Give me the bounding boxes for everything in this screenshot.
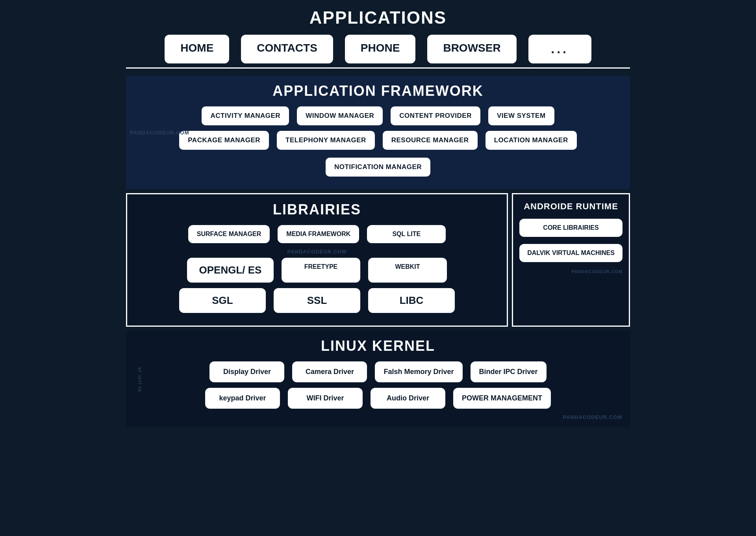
apps-row: HOME CONTACTS PHONE BROWSER ...: [126, 35, 630, 63]
lib-webkit[interactable]: WEBKIT: [368, 258, 447, 283]
kernel-section: by joël_yk LINUX KERNEL Display Driver C…: [126, 331, 630, 427]
libs-runtime-row: LIBRAIRIES SURFACE MANAGER MEDIA FRAMEWO…: [126, 193, 630, 327]
app-divider: [126, 67, 630, 69]
framework-row1: ACTIVITY MANAGER WINDOW MANAGER CONTENT …: [134, 106, 622, 125]
app-more[interactable]: ...: [528, 35, 591, 63]
fw-location-manager[interactable]: LOCATION MANAGER: [485, 131, 577, 150]
runtime-title: ANDROIDE RUNTIME: [519, 201, 623, 212]
framework-title: APPLICATION FRAMEWORK: [134, 83, 622, 99]
libs-row3: SGL SSL LIBC: [135, 288, 499, 313]
fw-package-manager[interactable]: PACKAGE MANAGER: [179, 131, 269, 150]
lib-opengl[interactable]: OpenGL/ ES: [187, 258, 274, 283]
kernel-camera-driver[interactable]: Camera Driver: [292, 361, 367, 382]
lib-sgl[interactable]: SGL: [179, 288, 266, 313]
kernel-power-management[interactable]: POWER MANAGEMENT: [453, 388, 551, 409]
app-contacts[interactable]: CONTACTS: [241, 35, 333, 63]
fw-resource-manager[interactable]: RESOURCE MANAGER: [383, 131, 478, 150]
framework-watermark: PANDACODEUR.COM: [130, 130, 189, 136]
framework-section: PANDACODEUR.COM APPLICATION FRAMEWORK AC…: [126, 76, 630, 189]
kernel-flash-memory-driver[interactable]: Falsh Memory Driver: [375, 361, 462, 382]
app-phone[interactable]: PHONE: [345, 35, 416, 63]
kernel-side-watermark: by joël_yk: [137, 367, 142, 391]
kernel-display-driver[interactable]: Display Driver: [209, 361, 284, 382]
kernel-row2: keypad Driver WIFI Driver Audio Driver P…: [134, 388, 622, 409]
fw-activity-manager[interactable]: ACTIVITY MANAGER: [202, 106, 289, 125]
lib-surface-manager[interactable]: SURFACE MANAGER: [188, 225, 270, 243]
kernel-bottom-watermark: PANDACODEUR.COM: [134, 414, 622, 420]
kernel-wifi-driver[interactable]: WIFI Driver: [288, 388, 363, 409]
libs-row1: SURFACE MANAGER MEDIA FRAMEWORK SQL LITE: [135, 225, 499, 243]
framework-row2: PACKAGE MANAGER TELEPHONY MANAGER RESOUR…: [134, 131, 622, 177]
libs-watermark: PANDACODEUR.COM: [135, 249, 499, 255]
libs-row2: OpenGL/ ES FREETYPE WEBKIT: [135, 258, 499, 283]
kernel-audio-driver[interactable]: Audio Driver: [371, 388, 445, 409]
applications-title: APPLICATIONS: [126, 8, 630, 28]
app-home[interactable]: HOME: [165, 35, 229, 63]
kernel-keypad-driver[interactable]: keypad Driver: [205, 388, 280, 409]
applications-section: APPLICATIONS HOME CONTACTS PHONE BROWSER…: [126, 8, 630, 69]
lib-sql-lite[interactable]: SQL LITE: [367, 225, 446, 243]
runtime-watermark: PANDACODEUR.COM: [519, 269, 623, 274]
fw-notification-manager[interactable]: NOTIFICATION MANAGER: [326, 158, 430, 177]
fw-view-system[interactable]: VIEW SYSTEM: [488, 106, 554, 125]
kernel-title: LINUX KERNEL: [134, 338, 622, 354]
runtime-core-libs[interactable]: CORE LIBRAIRIES: [519, 219, 623, 237]
libraries-title: LIBRAIRIES: [135, 201, 499, 218]
app-browser[interactable]: BROWSER: [427, 35, 516, 63]
kernel-binder-ipc-driver[interactable]: Binder IPC Driver: [471, 361, 547, 382]
fw-content-provider[interactable]: CONTENT PROVIDER: [391, 106, 480, 125]
runtime-dalvik[interactable]: DALVIK VIRTUAL MACHINES: [519, 244, 623, 262]
lib-libc[interactable]: LIBC: [368, 288, 455, 313]
lib-ssl[interactable]: SSL: [274, 288, 360, 313]
libraries-section: LIBRAIRIES SURFACE MANAGER MEDIA FRAMEWO…: [126, 193, 508, 327]
runtime-section: ANDROIDE RUNTIME CORE LIBRAIRIES DALVIK …: [512, 193, 630, 327]
kernel-row1: Display Driver Camera Driver Falsh Memor…: [134, 361, 622, 382]
fw-telephony-manager[interactable]: TELEPHONY MANAGER: [277, 131, 375, 150]
lib-media-framework[interactable]: MEDIA FRAMEWORK: [278, 225, 359, 243]
fw-window-manager[interactable]: WINDOW MANAGER: [297, 106, 383, 125]
lib-freetype[interactable]: FREETYPE: [282, 258, 360, 283]
